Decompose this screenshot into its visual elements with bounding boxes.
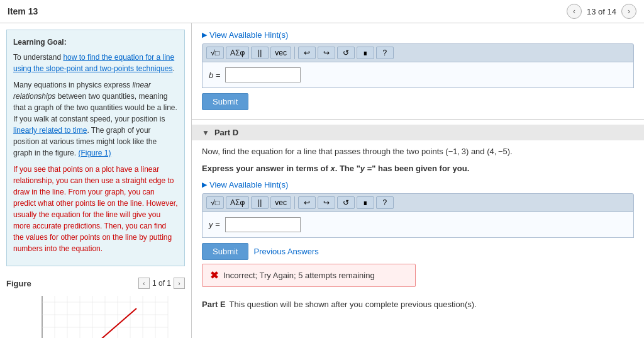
toolbar-help-btn[interactable]: ? [376,47,394,59]
part-d-toolbar-kbd-btn[interactable]: ∎ [357,196,374,209]
position-time-graph: Position Time [20,293,171,338]
part-c-hint-label: View Available Hint(s) [209,30,288,40]
part-d-collapse-icon[interactable]: ▼ [202,128,209,137]
toolbar-redo-btn[interactable]: ↪ [318,47,335,59]
figure-header: Figure ‹ 1 of 1 › [6,278,185,289]
incorrect-icon: ✖ [210,269,218,281]
section-divider-1 [192,119,644,120]
figure-section: Figure ‹ 1 of 1 › Position Time [0,273,191,338]
figure-nav-info: 1 of 1 [152,279,171,288]
part-d-toolbar-undo-btn[interactable]: ↩ [298,196,316,209]
hint-arrow-icon: ▶ [202,31,207,39]
part-d-toolbar-abs-btn[interactable]: || [251,196,269,209]
part-e-description: This question will be shown after you co… [230,300,477,309]
part-d-section: ▼ Part D Now, find the equation for a li… [202,125,634,287]
part-d-submit-button[interactable]: Submit [202,243,248,260]
toolbar-sigma-btn[interactable]: ΑΣφ [226,47,249,59]
left-panel: Learning Goal: To understand how to find… [0,23,192,338]
figure-title: Figure [6,279,31,288]
part-d-toolbar-reset-btn[interactable]: ↺ [337,196,355,209]
toolbar-reset-btn[interactable]: ↺ [337,47,355,59]
part-d-toolbar-sep-1 [294,196,295,209]
part-e-section: Part E This question will be shown after… [202,296,634,313]
part-c-submit-button[interactable]: Submit [202,93,248,110]
svg-line-21 [42,308,136,338]
part-d-toolbar-vec-btn[interactable]: vec [270,196,291,209]
right-panel: ▶ View Available Hint(s) √□ ΑΣφ || vec ↩… [192,23,644,338]
incorrect-text: Incorrect; Try Again; 5 attempts remaini… [223,271,375,280]
part-c-answer-label: b = [209,70,220,80]
part-c-answer-row: b = [209,67,627,82]
part-d-hint-arrow-icon: ▶ [202,181,207,189]
toolbar-abs-btn[interactable]: || [251,47,269,59]
part-d-label: Part D [214,128,238,137]
learning-goal-p1: To understand how to find the equation f… [13,52,178,74]
part-e-row: Part E This question will be shown after… [202,296,634,313]
part-d-math-toolbar: √□ ΑΣφ || vec ↩ ↪ ↺ ∎ ? [202,193,634,212]
part-d-hint-label: View Available Hint(s) [209,180,288,189]
part-c-answer-input[interactable] [225,67,301,82]
part-d-hint-link[interactable]: ▶ View Available Hint(s) [202,180,288,189]
part-d-answer-input[interactable] [225,217,301,232]
part-d-toolbar-help-btn[interactable]: ? [376,196,394,209]
learning-goal-box: Learning Goal: To understand how to find… [6,30,185,266]
toolbar-kbd-btn[interactable]: ∎ [357,47,374,59]
part-c-answer-area: b = [202,62,634,88]
part-d-answer-row: y = [209,217,627,232]
part-d-toolbar-sigma-btn[interactable]: ΑΣφ [226,196,249,209]
learning-goal-p3: If you see that points on a plot have a … [13,164,178,254]
nav-controls: ‹ 13 of 14 › [567,4,636,19]
toolbar-vec-btn[interactable]: vec [270,47,291,59]
highlight-figure1: (Figure 1) [78,149,111,157]
part-d-header: ▼ Part D [192,125,644,140]
part-d-prev-answers-link[interactable]: Previous Answers [253,247,318,256]
part-d-toolbar-sqrt-btn[interactable]: √□ [206,196,224,209]
part-d-toolbar-redo-btn[interactable]: ↪ [318,196,335,209]
part-d-instruction: Express your answer in terms of x. The "… [202,162,634,176]
item-title: Item 13 [8,6,38,16]
toolbar-sep-1 [294,47,295,59]
page-header: Item 13 ‹ 13 of 14 › [0,0,644,23]
next-nav-button[interactable]: › [621,4,636,19]
part-c-hint-link[interactable]: ▶ View Available Hint(s) [202,30,288,40]
prev-nav-button[interactable]: ‹ [567,4,582,19]
highlight-slope-point: how to find the equation for a line usin… [13,53,174,73]
learning-goal-title: Learning Goal: [13,37,178,48]
italic-linear: linear relationships [13,81,151,101]
highlight-linearly: linearly related to time [13,126,87,135]
nav-info: 13 of 14 [587,7,616,16]
part-c-math-toolbar: √□ ΑΣφ || vec ↩ ↪ ↺ ∎ ? [202,43,634,62]
part-d-description: Now, find the equation for a line that p… [202,145,634,159]
figure-next-btn[interactable]: › [174,278,185,289]
incorrect-banner: ✖ Incorrect; Try Again; 5 attempts remai… [202,264,416,287]
part-d-answer-area: y = [202,212,634,238]
figure-graph: Position Time [20,293,171,338]
figure-nav: ‹ 1 of 1 › [138,278,185,289]
main-layout: Learning Goal: To understand how to find… [0,23,644,338]
highlight-red-text: If you see that points on a plot have a … [13,165,177,253]
part-d-answer-label: y = [209,220,220,229]
toolbar-undo-btn[interactable]: ↩ [298,47,316,59]
learning-goal-p2: Many equations in physics express linear… [13,79,178,159]
part-c-section: ▶ View Available Hint(s) √□ ΑΣφ || vec ↩… [202,30,634,110]
toolbar-sqrt-btn[interactable]: √□ [206,47,224,59]
figure-prev-btn[interactable]: ‹ [138,278,150,289]
part-e-label: Part E [202,300,226,309]
